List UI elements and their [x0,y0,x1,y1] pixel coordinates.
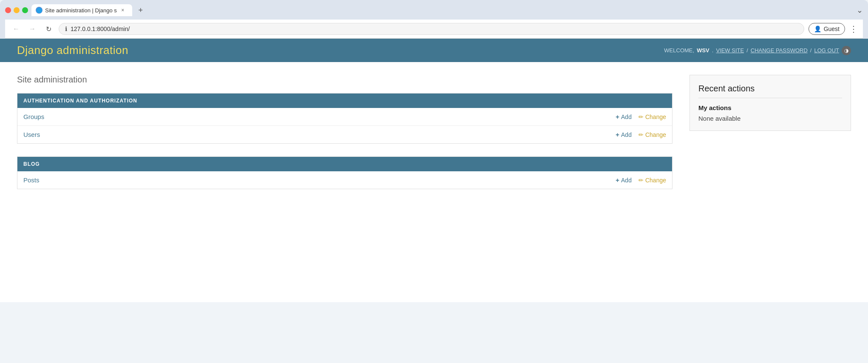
maximize-window-button[interactable] [22,7,28,13]
tab-favicon-icon: 🌐 [36,7,43,14]
posts-add-label: Add [621,177,632,184]
traffic-lights [5,7,28,13]
reload-button[interactable]: ↻ [43,23,54,35]
my-actions-heading: My actions [698,104,842,111]
django-admin-title: Django administration [17,44,128,57]
users-link[interactable]: Users [23,131,616,138]
django-content: Site administration AUTHENTICATION AND A… [0,62,868,215]
separator1: / [746,47,748,54]
address-info-icon: ℹ [65,26,67,32]
users-row: Users + Add ✏ Change [17,126,672,143]
username-suffix: . [712,47,714,54]
blog-module-header: BLOG [17,157,672,171]
change-password-link[interactable]: CHANGE PASSWORD [751,47,808,54]
change-pencil-icon: ✏ [638,113,644,120]
groups-change-link[interactable]: ✏ Change [638,113,666,120]
groups-row: Groups + Add ✏ Change [17,108,672,126]
posts-add-plus-icon: + [616,176,619,184]
page-title: Site administration [17,75,672,85]
username-label: WSV [697,47,709,54]
groups-actions: + Add ✏ Change [616,113,666,120]
posts-change-label: Change [645,177,666,184]
browser-chrome: 🌐 Site administration | Django s × + ⌄ ←… [0,0,868,39]
posts-link[interactable]: Posts [23,176,616,184]
close-window-button[interactable] [5,7,11,13]
users-change-link[interactable]: ✏ Change [638,131,666,138]
users-change-label: Change [645,131,666,138]
address-bar[interactable]: ℹ 127.0.0.1:8000/admin/ [59,23,804,35]
users-add-label: Add [621,131,632,138]
active-tab[interactable]: 🌐 Site administration | Django s × [31,4,132,16]
posts-add-link[interactable]: + Add [616,176,632,184]
add-plus-icon: + [616,113,619,120]
back-button[interactable]: ← [10,23,22,35]
posts-actions: + Add ✏ Change [616,176,666,184]
posts-change-pencil-icon: ✏ [638,177,644,184]
tab-title: Site administration | Django s [45,7,117,14]
django-page: Django administration WELCOME, WSV . VIE… [0,39,868,302]
users-actions: + Add ✏ Change [616,131,666,138]
groups-link[interactable]: Groups [23,113,616,120]
groups-add-label: Add [621,113,632,120]
recent-actions-title: Recent actions [698,84,842,98]
blog-module: BLOG Posts + Add ✏ Change [17,156,672,189]
profile-icon: 👤 [814,26,821,32]
new-tab-button[interactable]: + [135,4,147,16]
tab-close-button[interactable]: × [119,7,126,14]
posts-change-link[interactable]: ✏ Change [638,176,666,184]
tab-bar: 🌐 Site administration | Django s × + ⌄ [31,4,863,16]
groups-change-label: Change [645,113,666,120]
groups-add-link[interactable]: + Add [616,113,632,120]
log-out-link[interactable]: LOG OUT [814,47,839,54]
users-add-plus-icon: + [616,131,619,138]
profile-label: Guest [824,26,840,32]
separator2: / [810,47,812,54]
no-actions-text: None available [698,115,842,122]
profile-button[interactable]: 👤 Guest [808,23,845,35]
auth-module-header: AUTHENTICATION AND AUTHORIZATION [17,94,672,108]
theme-toggle-button[interactable]: ◑ [842,46,851,55]
browser-toolbar: ← → ↻ ℹ 127.0.0.1:8000/admin/ 👤 Guest ⋮ [5,20,863,39]
django-user-info: WELCOME, WSV . VIEW SITE / CHANGE PASSWO… [664,46,851,55]
forward-button[interactable]: → [26,23,38,35]
browser-menu-button[interactable]: ⋮ [849,24,858,34]
users-change-pencil-icon: ✏ [638,131,644,138]
django-main: Site administration AUTHENTICATION AND A… [17,75,672,202]
minimize-window-button[interactable] [14,7,20,13]
auth-module: AUTHENTICATION AND AUTHORIZATION Groups … [17,93,672,144]
django-sidebar: Recent actions My actions None available [689,75,851,202]
collapse-button[interactable]: ⌄ [857,6,863,15]
welcome-prefix: WELCOME, [664,47,694,54]
django-header: Django administration WELCOME, WSV . VIE… [0,39,868,62]
browser-titlebar: 🌐 Site administration | Django s × + ⌄ [5,4,863,16]
users-add-link[interactable]: + Add [616,131,632,138]
view-site-link[interactable]: VIEW SITE [716,47,744,54]
recent-actions-panel: Recent actions My actions None available [689,75,851,131]
posts-row: Posts + Add ✏ Change [17,171,672,189]
address-url: 127.0.0.1:8000/admin/ [71,26,130,32]
